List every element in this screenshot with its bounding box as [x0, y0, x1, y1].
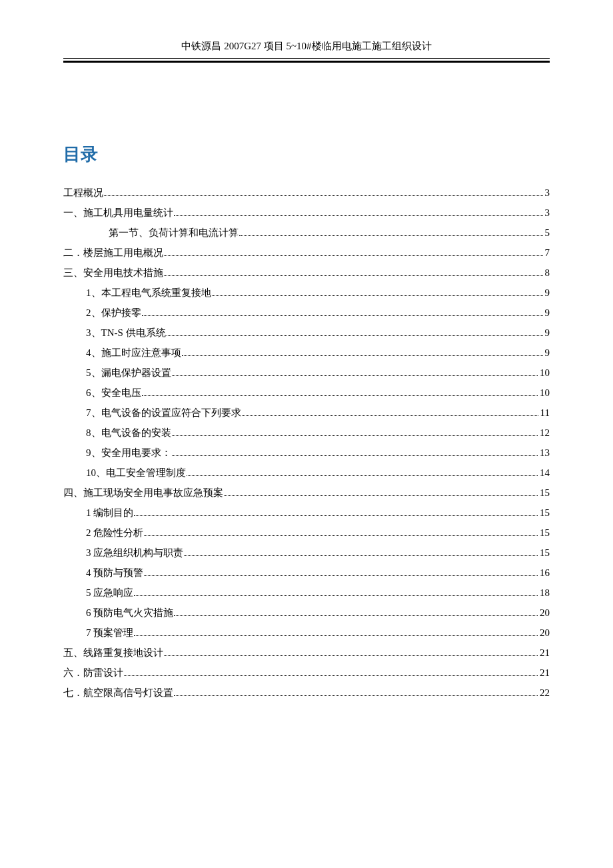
toc-entry-page: 9 [545, 345, 550, 361]
toc-entry-label: 七．航空限高信号灯设置 [63, 685, 173, 701]
toc-entry-page: 15 [540, 545, 550, 561]
toc-dots [134, 595, 538, 596]
toc-entry-label: 1 编制目的 [86, 505, 133, 521]
toc-entry[interactable]: 7 预案管理20 [86, 625, 550, 641]
toc-dots [144, 535, 538, 536]
toc-entry-label: 六．防雷设计 [63, 665, 123, 681]
toc-dots [182, 355, 543, 356]
toc-entry-label: 2、保护接零 [86, 305, 141, 321]
toc-dots [124, 675, 538, 676]
toc-entry-label: 1、本工程电气系统重复接地 [86, 285, 211, 301]
toc-entry[interactable]: 2、保护接零9 [86, 305, 550, 321]
toc-entry[interactable]: 六．防雷设计21 [63, 665, 550, 681]
toc-entry[interactable]: 5 应急响应18 [86, 585, 550, 601]
toc-dots [134, 635, 538, 636]
toc-entry-label: 一、施工机具用电量统计 [63, 205, 173, 221]
toc-entry-label: 4 预防与预警 [86, 565, 143, 581]
toc-entry[interactable]: 9、安全用电要求：13 [86, 445, 550, 461]
toc-entry[interactable]: 1、本工程电气系统重复接地9 [86, 285, 550, 301]
toc-entry-label: 四、施工现场安全用电事故应急预案 [63, 485, 223, 501]
toc-entry[interactable]: 二．楼层施工用电概况7 [63, 245, 550, 261]
toc-entry[interactable]: 10、电工安全管理制度14 [86, 465, 550, 481]
toc-entry[interactable]: 三、安全用电技术措施8 [63, 265, 550, 281]
toc-dots [174, 615, 538, 616]
toc-entry-label: 3、TN-S 供电系统 [86, 325, 166, 341]
toc-dots [104, 195, 543, 196]
toc-entry[interactable]: 6、安全电压10 [86, 385, 550, 401]
toc-entry[interactable]: 3、TN-S 供电系统9 [86, 325, 550, 341]
toc-entry[interactable]: 7、电气设备的设置应符合下列要求11 [86, 405, 550, 421]
toc-entry-label: 10、电工安全管理制度 [86, 465, 186, 481]
toc-entry-page: 3 [545, 205, 550, 221]
toc-dots [142, 395, 538, 396]
toc-entry[interactable]: 6 预防电气火灾措施20 [86, 605, 550, 621]
toc-entry[interactable]: 5、漏电保护器设置10 [86, 365, 550, 381]
toc-entry-page: 20 [540, 625, 550, 641]
toc-entry-page: 16 [540, 565, 550, 581]
toc-entry[interactable]: 3 应急组织机构与职责15 [86, 545, 550, 561]
toc-entry[interactable]: 七．航空限高信号灯设置22 [63, 685, 550, 701]
toc-entry-page: 14 [540, 465, 550, 481]
header-rule [63, 61, 550, 63]
toc-entry-label: 工程概况 [63, 185, 103, 201]
toc-dots [144, 575, 538, 576]
toc-entry[interactable]: 8、电气设备的安装12 [86, 425, 550, 441]
toc-entry-page: 9 [545, 285, 550, 301]
toc-entry-label: 5 应急响应 [86, 585, 133, 601]
toc-dots [174, 695, 538, 696]
toc-entry-label: 5、漏电保护器设置 [86, 365, 171, 381]
toc-dots [224, 495, 538, 496]
toc-entry-page: 8 [545, 265, 550, 281]
document-header-title: 中铁源昌 2007G27 项目 5~10#楼临用电施工施工组织设计 [63, 40, 550, 59]
toc-entry-page: 15 [540, 525, 550, 541]
toc-entry-page: 20 [540, 605, 550, 621]
toc-entry[interactable]: 一、施工机具用电量统计3 [63, 205, 550, 221]
toc-dots [134, 515, 538, 516]
toc-dots [239, 235, 543, 236]
toc-dots [187, 475, 538, 476]
toc-entry[interactable]: 五、线路重复接地设计21 [63, 645, 550, 661]
toc-entry-page: 7 [545, 245, 550, 261]
toc-entry-page: 12 [540, 425, 550, 441]
toc-entry-page: 11 [540, 405, 550, 421]
toc-entry-label: 三、安全用电技术措施 [63, 265, 163, 281]
toc-entry-label: 2 危险性分析 [86, 525, 143, 541]
toc-entry[interactable]: 1 编制目的15 [86, 505, 550, 521]
toc-entry-page: 9 [545, 325, 550, 341]
toc-entry[interactable]: 工程概况3 [63, 185, 550, 201]
toc-entry-label: 9、安全用电要求： [86, 445, 171, 461]
toc-entry-page: 22 [540, 685, 550, 701]
toc-entry[interactable]: 第一节、负荷计算和电流计算5 [109, 225, 550, 241]
toc-dots [172, 375, 538, 376]
toc-entry-label: 6 预防电气火灾措施 [86, 605, 173, 621]
toc-entry-label: 二．楼层施工用电概况 [63, 245, 163, 261]
toc-entry[interactable]: 4、施工时应注意事项9 [86, 345, 550, 361]
toc-entry[interactable]: 四、施工现场安全用电事故应急预案15 [63, 485, 550, 501]
toc-entry-label: 7、电气设备的设置应符合下列要求 [86, 405, 241, 421]
toc-entry-label: 8、电气设备的安装 [86, 425, 171, 441]
toc-entry-label: 4、施工时应注意事项 [86, 345, 181, 361]
toc-entry-page: 5 [545, 225, 550, 241]
toc-entry-label: 第一节、负荷计算和电流计算 [109, 225, 239, 241]
toc-entry-label: 7 预案管理 [86, 625, 133, 641]
toc-entry-page: 15 [540, 485, 550, 501]
toc-dots [164, 255, 543, 256]
toc-dots [164, 655, 538, 656]
toc-entry[interactable]: 4 预防与预警16 [86, 565, 550, 581]
toc-entry-page: 9 [545, 305, 550, 321]
toc-dots [174, 215, 543, 216]
toc-dots [184, 555, 538, 556]
toc-dots [142, 315, 543, 316]
toc-entry-page: 10 [540, 385, 550, 401]
toc-entry-label: 五、线路重复接地设计 [63, 645, 163, 661]
toc-dots [172, 435, 538, 436]
toc-dots [172, 455, 538, 456]
toc-entry-page: 21 [540, 665, 550, 681]
toc-entry-page: 3 [545, 185, 550, 201]
toc-dots [167, 335, 543, 336]
toc-dots [164, 275, 543, 276]
toc-entry[interactable]: 2 危险性分析15 [86, 525, 550, 541]
toc-entry-page: 10 [540, 365, 550, 381]
toc-entry-label: 3 应急组织机构与职责 [86, 545, 183, 561]
toc-dots [212, 295, 543, 296]
